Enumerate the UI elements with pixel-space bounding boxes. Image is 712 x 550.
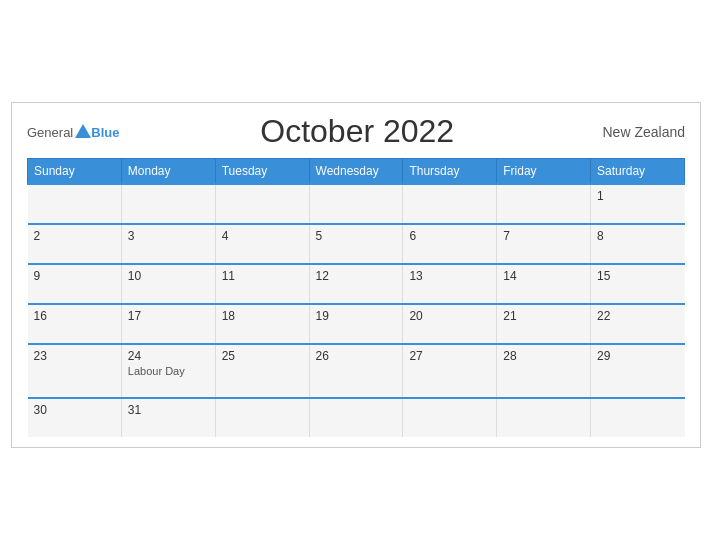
calendar-cell bbox=[28, 184, 122, 224]
calendar-cell: 6 bbox=[403, 224, 497, 264]
calendar-cell bbox=[121, 184, 215, 224]
day-number: 13 bbox=[409, 269, 490, 283]
day-number: 25 bbox=[222, 349, 303, 363]
weekday-header-thursday: Thursday bbox=[403, 159, 497, 185]
day-event: Labour Day bbox=[128, 365, 209, 377]
day-number: 19 bbox=[316, 309, 397, 323]
day-number: 9 bbox=[34, 269, 115, 283]
day-number: 18 bbox=[222, 309, 303, 323]
logo-general-text: General bbox=[27, 126, 73, 139]
calendar-cell bbox=[403, 398, 497, 437]
day-number: 2 bbox=[34, 229, 115, 243]
calendar-cell: 9 bbox=[28, 264, 122, 304]
calendar-cell: 16 bbox=[28, 304, 122, 344]
weekday-header-saturday: Saturday bbox=[591, 159, 685, 185]
weekday-header-sunday: Sunday bbox=[28, 159, 122, 185]
calendar-cell: 10 bbox=[121, 264, 215, 304]
day-number: 28 bbox=[503, 349, 584, 363]
logo: General Blue bbox=[27, 124, 119, 139]
day-number: 3 bbox=[128, 229, 209, 243]
calendar-title: October 2022 bbox=[119, 113, 595, 150]
calendar-cell: 30 bbox=[28, 398, 122, 437]
calendar-cell: 22 bbox=[591, 304, 685, 344]
week-row-6: 3031 bbox=[28, 398, 685, 437]
calendar-cell: 5 bbox=[309, 224, 403, 264]
weekday-header-wednesday: Wednesday bbox=[309, 159, 403, 185]
day-number: 17 bbox=[128, 309, 209, 323]
calendar-cell: 29 bbox=[591, 344, 685, 398]
calendar-cell: 20 bbox=[403, 304, 497, 344]
calendar-cell: 26 bbox=[309, 344, 403, 398]
calendar-cell: 11 bbox=[215, 264, 309, 304]
day-number: 12 bbox=[316, 269, 397, 283]
week-row-1: 1 bbox=[28, 184, 685, 224]
calendar-cell: 2 bbox=[28, 224, 122, 264]
day-number: 10 bbox=[128, 269, 209, 283]
calendar-cell: 7 bbox=[497, 224, 591, 264]
calendar-cell: 19 bbox=[309, 304, 403, 344]
day-number: 21 bbox=[503, 309, 584, 323]
calendar-container: General Blue October 2022 New Zealand Su… bbox=[11, 102, 701, 448]
weekday-header-tuesday: Tuesday bbox=[215, 159, 309, 185]
day-number: 16 bbox=[34, 309, 115, 323]
week-row-4: 16171819202122 bbox=[28, 304, 685, 344]
calendar-cell: 1 bbox=[591, 184, 685, 224]
calendar-table: SundayMondayTuesdayWednesdayThursdayFrid… bbox=[27, 158, 685, 437]
calendar-cell: 23 bbox=[28, 344, 122, 398]
day-number: 6 bbox=[409, 229, 490, 243]
calendar-cell: 27 bbox=[403, 344, 497, 398]
day-number: 22 bbox=[597, 309, 678, 323]
calendar-cell: 31 bbox=[121, 398, 215, 437]
weekday-header-friday: Friday bbox=[497, 159, 591, 185]
day-number: 1 bbox=[597, 189, 678, 203]
calendar-cell bbox=[309, 184, 403, 224]
day-number: 14 bbox=[503, 269, 584, 283]
calendar-cell: 21 bbox=[497, 304, 591, 344]
calendar-cell: 12 bbox=[309, 264, 403, 304]
day-number: 5 bbox=[316, 229, 397, 243]
calendar-cell: 4 bbox=[215, 224, 309, 264]
week-row-2: 2345678 bbox=[28, 224, 685, 264]
day-number: 30 bbox=[34, 403, 115, 417]
calendar-cell: 14 bbox=[497, 264, 591, 304]
day-number: 4 bbox=[222, 229, 303, 243]
day-number: 27 bbox=[409, 349, 490, 363]
calendar-cell: 8 bbox=[591, 224, 685, 264]
calendar-cell: 15 bbox=[591, 264, 685, 304]
calendar-cell bbox=[215, 184, 309, 224]
day-number: 29 bbox=[597, 349, 678, 363]
day-number: 23 bbox=[34, 349, 115, 363]
day-number: 7 bbox=[503, 229, 584, 243]
day-number: 24 bbox=[128, 349, 209, 363]
calendar-cell: 28 bbox=[497, 344, 591, 398]
calendar-cell bbox=[497, 398, 591, 437]
calendar-cell: 25 bbox=[215, 344, 309, 398]
logo-triangle-icon bbox=[75, 124, 91, 138]
day-number: 31 bbox=[128, 403, 209, 417]
calendar-header: General Blue October 2022 New Zealand bbox=[27, 113, 685, 150]
day-number: 20 bbox=[409, 309, 490, 323]
day-number: 26 bbox=[316, 349, 397, 363]
day-number: 8 bbox=[597, 229, 678, 243]
day-number: 15 bbox=[597, 269, 678, 283]
day-number: 11 bbox=[222, 269, 303, 283]
week-row-5: 2324Labour Day2526272829 bbox=[28, 344, 685, 398]
calendar-cell: 24Labour Day bbox=[121, 344, 215, 398]
calendar-cell bbox=[403, 184, 497, 224]
calendar-cell: 3 bbox=[121, 224, 215, 264]
calendar-cell bbox=[215, 398, 309, 437]
calendar-cell: 17 bbox=[121, 304, 215, 344]
country-label: New Zealand bbox=[595, 124, 685, 140]
logo-blue-text: Blue bbox=[91, 126, 119, 139]
calendar-cell: 18 bbox=[215, 304, 309, 344]
calendar-cell bbox=[309, 398, 403, 437]
calendar-cell bbox=[497, 184, 591, 224]
weekday-header-monday: Monday bbox=[121, 159, 215, 185]
week-row-3: 9101112131415 bbox=[28, 264, 685, 304]
calendar-cell: 13 bbox=[403, 264, 497, 304]
calendar-cell bbox=[591, 398, 685, 437]
weekday-header-row: SundayMondayTuesdayWednesdayThursdayFrid… bbox=[28, 159, 685, 185]
